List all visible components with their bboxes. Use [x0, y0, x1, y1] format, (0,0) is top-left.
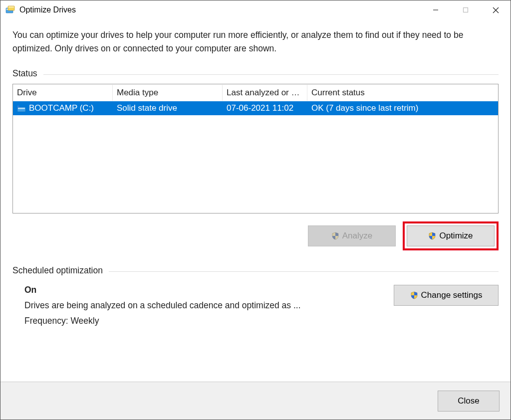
scheduled-section: Scheduled optimization On Drives are bei… [12, 265, 499, 331]
close-window-button[interactable] [481, 0, 511, 19]
analyze-label: Analyze [342, 231, 372, 241]
window-title: Optimize Drives [19, 5, 76, 14]
titlebar: Optimize Drives [0, 0, 511, 19]
scheduled-body: On Drives are being analyzed on a schedu… [12, 281, 499, 331]
shield-icon [331, 232, 339, 240]
analyze-button: Analyze [308, 225, 396, 246]
close-label: Close [458, 396, 479, 406]
drive-list-header: Drive Media type Last analyzed or o... C… [13, 84, 498, 101]
footer: Close [0, 382, 511, 420]
window: Optimize Drives You can optimize your dr… [0, 0, 511, 420]
divider [43, 74, 499, 75]
status-section-label: Status [12, 68, 499, 79]
column-last-analyzed[interactable]: Last analyzed or o... [223, 85, 307, 101]
svg-rect-3 [8, 6, 14, 7]
change-settings-wrap: Change settings [394, 285, 499, 331]
scheduled-line1: Drives are being analyzed on a scheduled… [24, 300, 386, 311]
divider [109, 271, 499, 272]
scheduled-section-label: Scheduled optimization [12, 265, 499, 276]
drive-media: Solid state drive [113, 102, 223, 114]
status-label: Status [12, 68, 37, 79]
scheduled-line2: Frequency: Weekly [24, 316, 386, 326]
actions-row: Analyze Optimize [12, 221, 499, 250]
svg-rect-5 [464, 8, 468, 12]
shield-icon [428, 232, 436, 240]
app-icon [5, 5, 15, 15]
drive-name: BOOTCAMP (C:) [29, 103, 94, 113]
drive-icon [17, 105, 26, 112]
maximize-button[interactable] [451, 0, 481, 19]
description-text: You can optimize your drives to help you… [12, 28, 499, 55]
svg-rect-10 [17, 106, 19, 108]
change-settings-button[interactable]: Change settings [394, 285, 499, 306]
content-area: You can optimize your drives to help you… [0, 19, 511, 382]
drive-list[interactable]: Drive Media type Last analyzed or o... C… [12, 84, 499, 213]
scheduled-text: On Drives are being analyzed on a schedu… [24, 285, 386, 331]
minimize-button[interactable] [421, 0, 451, 19]
change-settings-label: Change settings [421, 290, 483, 300]
shield-icon [410, 291, 418, 299]
optimize-button[interactable]: Optimize [407, 225, 495, 246]
close-button[interactable]: Close [438, 391, 500, 412]
column-media-type[interactable]: Media type [113, 85, 223, 101]
drive-row[interactable]: BOOTCAMP (C:) Solid state drive 07-06-20… [13, 101, 498, 115]
scheduled-on: On [24, 285, 386, 295]
drive-last: 07-06-2021 11:02 [223, 102, 307, 114]
scheduled-label: Scheduled optimization [12, 265, 103, 276]
svg-rect-9 [18, 108, 25, 109]
window-controls [421, 0, 511, 19]
drive-rows: BOOTCAMP (C:) Solid state drive 07-06-20… [13, 101, 498, 213]
drive-status: OK (7 days since last retrim) [307, 102, 498, 114]
optimize-label: Optimize [439, 231, 473, 241]
column-drive[interactable]: Drive [13, 85, 113, 101]
highlight-frame: Optimize [403, 221, 499, 250]
column-current-status[interactable]: Current status [307, 85, 498, 101]
